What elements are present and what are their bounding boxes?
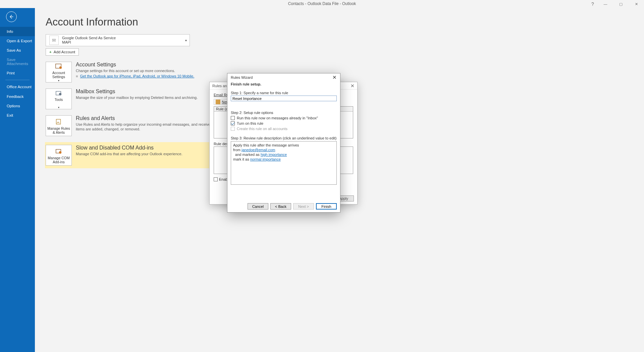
review-from-prefix: from [233,148,241,152]
manage-rules-button[interactable]: Manage Rules & Alerts [46,115,72,136]
sidebar-item-office-account[interactable]: Office Account [0,82,35,92]
wizard-title: Rules Wizard [231,75,253,79]
mailbox-desc: Manage the size of your mailbox by empty… [76,95,198,100]
turn-on-checkbox[interactable] [231,121,235,125]
all-accounts-label: Create this rule on all accounts [237,127,287,131]
tools-button[interactable]: Tools▾ [46,89,72,109]
wizard-close-icon[interactable]: ✕ [332,74,337,80]
review-box: Apply this rule after the message arrive… [231,141,337,185]
tools-icon [54,90,63,97]
review-line1: Apply this rule after the message arrive… [233,143,334,148]
manage-com-addins-button[interactable]: Manage COM Add-ins [46,145,72,166]
step2-label: Step 2: Setup rule options [231,111,337,115]
plus-icon: + [49,50,52,54]
rule-name-input[interactable] [231,96,337,101]
sidebar-item-exit[interactable]: Exit [0,111,35,120]
svg-point-1 [59,66,62,69]
sidebar-separator [5,80,30,80]
close-button[interactable]: ✕ [629,0,644,8]
sidebar-item-print[interactable]: Print [0,68,35,78]
run-now-checkbox[interactable] [231,116,235,120]
enable-rss-checkbox[interactable] [214,177,218,181]
sidebar-item-feedback[interactable]: Feedback [0,92,35,101]
addins-heading: Slow and Disabled COM Add-ins [76,145,182,151]
account-lines: Google Outlook Send As Service MAPI [62,36,116,45]
sidebar-item-save-as[interactable]: Save As [0,46,35,55]
run-now-label: Run this rule now on messages already in… [237,116,318,120]
step1-label: Step 1: Specify a name for this rule [231,91,337,95]
title-bar: Contacts - Outlook Data File - Outlook ?… [0,0,644,8]
arrow-left-icon [9,14,14,19]
cancel-button[interactable]: Cancel [248,203,268,210]
manage-rules-icon [54,118,63,126]
all-accounts-checkbox [231,127,235,131]
add-account-label: Add Account [54,50,75,54]
account-settings-heading: Account Settings [76,62,194,68]
minimize-button[interactable]: — [598,0,613,8]
add-account-button[interactable]: + Add Account [46,48,79,56]
window-controls: ? — ▢ ✕ [588,0,644,8]
next-button: Next > [293,203,314,210]
outlook-app-link[interactable]: Get the Outlook app for iPhone, iPad, An… [80,74,195,78]
account-settings-icon [54,63,63,70]
rules-alerts-close-icon[interactable]: ✕ [351,83,355,89]
tools-button-label: Tools [55,98,63,102]
chevron-down-icon: ▾ [185,39,187,42]
mailbox-heading: Mailbox Settings [76,89,198,95]
svg-point-6 [59,151,61,154]
addins-desc: Manage COM add-ins that are affecting yo… [76,152,182,156]
account-protocol: MAPI [62,40,116,45]
sidebar-item-save-attachments: Save Attachments [0,55,35,68]
help-button[interactable]: ? [588,0,598,8]
finish-button[interactable]: Finish [316,203,337,210]
maximize-button[interactable]: ▢ [613,0,629,8]
step3-label: Step 3: Review rule description (click a… [231,136,337,140]
sidebar-item-options[interactable]: Options [0,101,35,111]
com-addins-icon [54,148,63,155]
svg-rect-4 [56,119,61,124]
backstage-sidebar: Info Open & Export Save As Save Attachme… [0,8,35,352]
turn-on-label: Turn on this rule [237,121,263,125]
section-account-settings: Account Settings▾ Account Settings Chang… [46,62,644,82]
review-from-link[interactable]: janedoe@email.com [241,148,275,152]
review-importance-link[interactable]: high importance [261,153,287,157]
account-icon: ✉ [49,36,59,45]
account-settings-button-label: Account Settings [46,71,71,79]
page-title: Account Information [46,16,644,28]
account-selector[interactable]: ✉ Google Outlook Send As Service MAPI ▾ [46,34,190,46]
window-title: Contacts - Outlook Data File - Outlook [288,1,356,6]
account-name: Google Outlook Send As Service [62,36,116,40]
svg-point-3 [59,93,61,95]
sidebar-item-open-export[interactable]: Open & Export [0,36,35,46]
manage-com-addins-button-label: Manage COM Add-ins [46,156,71,164]
sidebar-item-info[interactable]: Info [0,27,35,36]
review-new-importance-link[interactable]: normal importance [250,157,281,161]
review-marked-prefix: and marked as [233,153,261,157]
account-settings-button[interactable]: Account Settings▾ [46,62,72,82]
back-button-wizard[interactable]: < Back [270,203,291,210]
review-mark-prefix: mark it as [233,157,250,161]
new-rule-icon [216,100,220,104]
account-settings-desc: Change settings for this account or set … [76,68,194,73]
main-content: Account Information ✉ Google Outlook Sen… [35,8,644,352]
back-button[interactable] [6,11,17,22]
rules-wizard-dialog: Rules Wizard ✕ Finish rule setup. Step 1… [227,73,340,213]
manage-rules-button-label: Manage Rules & Alerts [46,126,71,134]
wizard-subtitle: Finish rule setup. [231,82,337,86]
